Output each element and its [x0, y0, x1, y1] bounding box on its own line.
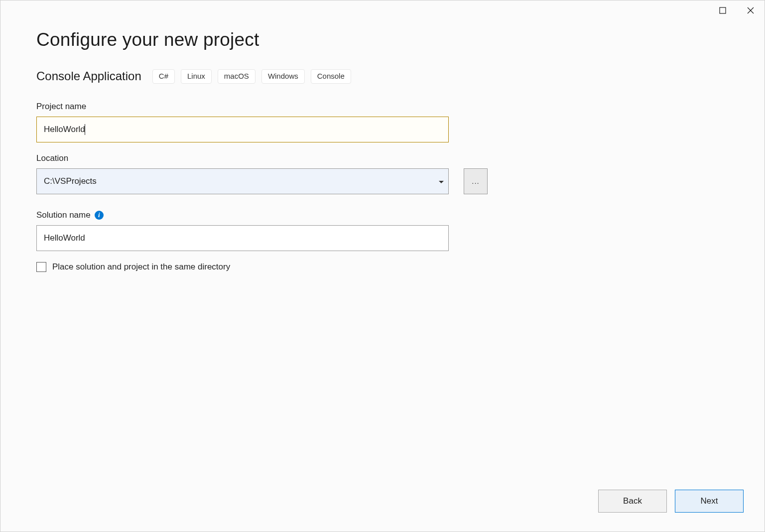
back-button[interactable]: Back: [598, 490, 667, 513]
solution-name-input[interactable]: [36, 225, 449, 251]
tag-windows: Windows: [261, 69, 305, 84]
same-directory-checkbox[interactable]: [36, 262, 46, 272]
tag-linux: Linux: [181, 69, 212, 84]
page-title: Configure your new project: [36, 29, 729, 50]
tag-macos: macOS: [218, 69, 255, 84]
project-name-value: HelloWorld: [44, 125, 85, 134]
project-name-input[interactable]: HelloWorld: [36, 117, 449, 142]
maximize-icon: [719, 7, 726, 14]
template-tags: C# Linux macOS Windows Console: [152, 69, 351, 84]
solution-name-label: Solution name: [36, 210, 91, 220]
close-icon: [747, 7, 754, 14]
location-input[interactable]: [36, 168, 449, 194]
tag-console: Console: [311, 69, 351, 84]
info-icon[interactable]: i: [95, 211, 104, 220]
location-label: Location: [36, 153, 729, 163]
same-directory-label: Place solution and project in the same d…: [52, 262, 230, 272]
svg-rect-0: [720, 7, 726, 13]
text-caret: [85, 124, 85, 135]
browse-button[interactable]: ...: [464, 168, 488, 194]
project-name-label: Project name: [36, 102, 729, 112]
tag-csharp: C#: [152, 69, 175, 84]
maximize-button[interactable]: [709, 0, 737, 20]
template-name: Console Application: [36, 69, 141, 83]
next-button[interactable]: Next: [675, 490, 744, 513]
close-button[interactable]: [737, 0, 765, 20]
